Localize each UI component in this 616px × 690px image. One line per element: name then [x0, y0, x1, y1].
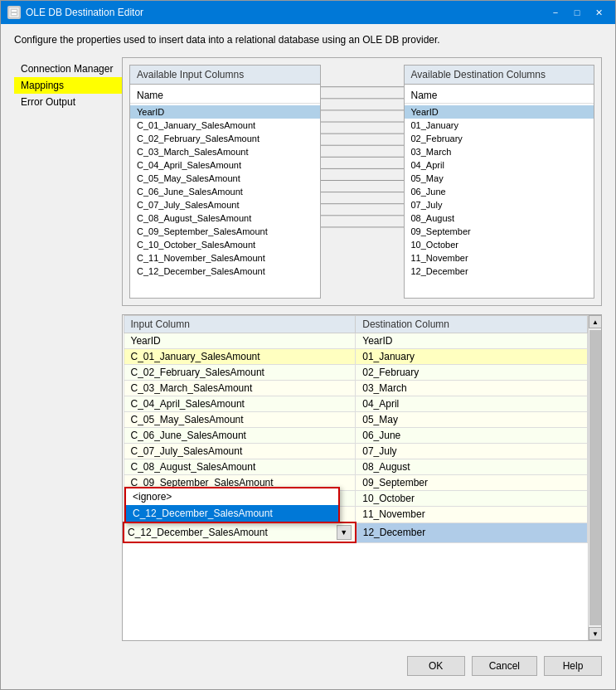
- ok-button[interactable]: OK: [407, 656, 465, 676]
- input-col-01[interactable]: C_01_January_SalesAmount: [130, 119, 320, 132]
- dest-cell: 04_April: [356, 396, 588, 412]
- mappings-table-area: Input Column Destination Column YearID Y…: [122, 314, 602, 641]
- table-row[interactable]: C_04_April_SalesAmount 04_April: [124, 396, 588, 412]
- svg-rect-0: [10, 8, 18, 17]
- dest-column-header: Destination Column: [356, 316, 588, 333]
- close-button[interactable]: ✕: [589, 4, 609, 21]
- dest-cell-last[interactable]: 12_December: [356, 522, 588, 542]
- dest-col-06[interactable]: 06_June: [405, 185, 594, 198]
- content-area: Connection Manager Mappings Error Output…: [14, 57, 602, 679]
- input-col-10[interactable]: C_10_October_SalesAmount: [130, 238, 320, 251]
- input-col-06[interactable]: C_06_June_SalesAmount: [130, 185, 320, 198]
- description-text: Configure the properties used to insert …: [14, 34, 602, 46]
- sidebar-item-error-output[interactable]: Error Output: [14, 94, 122, 110]
- dest-col-yearid[interactable]: YearID: [405, 105, 594, 119]
- input-cell-last: C_12_December_SalesAmount ▼ <ignore> C_1…: [124, 522, 356, 542]
- table-row[interactable]: C_01_January_SalesAmount 01_January: [124, 349, 588, 365]
- available-destination-columns-panel: Available Destination Columns Name YearI…: [404, 65, 595, 299]
- main-window: OLE DB Destination Editor − □ ✕ Configur…: [0, 0, 616, 690]
- dest-col-08[interactable]: 08_August: [405, 211, 594, 225]
- title-bar: OLE DB Destination Editor − □ ✕: [1, 1, 615, 24]
- window-body: Configure the properties used to insert …: [1, 24, 615, 689]
- dest-col-02[interactable]: 02_February: [405, 132, 594, 145]
- dest-cell: 10_October: [356, 491, 588, 507]
- input-cell: C_04_April_SalesAmount: [124, 396, 356, 412]
- window-controls: − □ ✕: [546, 4, 609, 21]
- sidebar-item-connection-manager[interactable]: Connection Manager: [14, 61, 122, 77]
- dest-col-09[interactable]: 09_September: [405, 225, 594, 238]
- table-row[interactable]: C_05_May_SalesAmount 05_May: [124, 412, 588, 428]
- footer-buttons: OK Cancel Help: [122, 649, 602, 679]
- dest-columns-header: Name: [405, 88, 594, 104]
- dest-col-11[interactable]: 11_November: [405, 251, 594, 265]
- svg-rect-1: [12, 10, 17, 12]
- dest-col-01[interactable]: 01_January: [405, 119, 594, 132]
- dest-cell: YearID: [356, 333, 588, 349]
- window-icon: [7, 6, 21, 19]
- dropdown-popup: <ignore> C_12_December_SalesAmount: [124, 487, 340, 523]
- dropdown-arrow-button[interactable]: ▼: [337, 525, 352, 540]
- minimize-button[interactable]: −: [546, 4, 565, 21]
- dest-col-12[interactable]: 12_December: [405, 265, 594, 278]
- input-columns-list: Name YearID C_01_January_SalesAmount C_0…: [130, 85, 320, 281]
- help-button[interactable]: Help: [544, 656, 602, 676]
- dest-cell: 01_January: [356, 349, 588, 365]
- dest-col-07[interactable]: 07_July: [405, 198, 594, 211]
- input-cell: C_06_June_SalesAmount: [124, 428, 356, 444]
- mappings-table-container: Input Column Destination Column YearID Y…: [123, 315, 588, 640]
- input-col-11[interactable]: C_11_November_SalesAmount: [130, 251, 320, 265]
- input-col-04[interactable]: C_04_April_SalesAmount: [130, 158, 320, 172]
- input-col-07[interactable]: C_07_July_SalesAmount: [130, 198, 320, 211]
- dest-cell: 03_March: [356, 381, 588, 396]
- dropdown-current-value: C_12_December_SalesAmount: [128, 527, 337, 538]
- input-col-08[interactable]: C_08_August_SalesAmount: [130, 211, 320, 225]
- dropdown-item-ignore[interactable]: <ignore>: [126, 488, 338, 505]
- input-cell: C_08_August_SalesAmount: [124, 459, 356, 475]
- svg-rect-2: [12, 13, 17, 15]
- table-row[interactable]: C_02_February_SalesAmount 02_February: [124, 365, 588, 381]
- available-input-columns-panel: Available Input Columns Name YearID C_01…: [129, 65, 321, 299]
- cancel-button[interactable]: Cancel: [472, 656, 537, 676]
- input-col-yearid[interactable]: YearID: [130, 105, 320, 119]
- dest-cell: 05_May: [356, 412, 588, 428]
- scroll-down-button[interactable]: ▼: [589, 627, 602, 640]
- table-row[interactable]: YearID YearID: [124, 333, 588, 349]
- input-col-02[interactable]: C_02_February_SalesAmount: [130, 132, 320, 145]
- dest-cell: 08_August: [356, 459, 588, 475]
- dest-cell: 07_July: [356, 444, 588, 459]
- scroll-thumb[interactable]: [589, 330, 601, 625]
- dest-cell: 02_February: [356, 365, 588, 381]
- sidebar-item-mappings[interactable]: Mappings: [14, 77, 122, 94]
- connector-lines: [321, 65, 404, 299]
- input-col-03[interactable]: C_03_March_SalesAmount: [130, 145, 320, 158]
- available-columns-area: Available Input Columns Name YearID C_01…: [122, 57, 602, 306]
- table-row[interactable]: C_08_August_SalesAmount 08_August: [124, 459, 588, 475]
- input-cell: C_05_May_SalesAmount: [124, 412, 356, 428]
- table-row-last[interactable]: C_12_December_SalesAmount ▼ <ignore> C_1…: [124, 522, 588, 542]
- input-col-12[interactable]: C_12_December_SalesAmount: [130, 265, 320, 278]
- dest-cell: 11_November: [356, 507, 588, 523]
- mappings-table: Input Column Destination Column YearID Y…: [123, 315, 588, 543]
- dropdown-item-selected[interactable]: C_12_December_SalesAmount: [126, 505, 338, 522]
- input-cell: YearID: [124, 333, 356, 349]
- maximize-button[interactable]: □: [567, 4, 587, 21]
- dest-cell: 06_June: [356, 428, 588, 444]
- dest-columns-list: Name YearID 01_January 02_February 03_Ma…: [405, 85, 594, 281]
- window-title: OLE DB Destination Editor: [26, 7, 143, 18]
- dest-col-05[interactable]: 05_May: [405, 172, 594, 185]
- table-row[interactable]: C_07_July_SalesAmount 07_July: [124, 444, 588, 459]
- input-col-05[interactable]: C_05_May_SalesAmount: [130, 172, 320, 185]
- scroll-up-button[interactable]: ▲: [589, 315, 602, 328]
- input-col-09[interactable]: C_09_September_SalesAmount: [130, 225, 320, 238]
- table-row[interactable]: C_06_June_SalesAmount 06_June: [124, 428, 588, 444]
- input-cell: C_02_February_SalesAmount: [124, 365, 356, 381]
- table-row[interactable]: C_03_March_SalesAmount 03_March: [124, 381, 588, 396]
- input-cell: C_07_July_SalesAmount: [124, 444, 356, 459]
- dest-col-04[interactable]: 04_April: [405, 158, 594, 172]
- vertical-scrollbar[interactable]: ▲ ▼: [588, 315, 601, 640]
- dest-col-10[interactable]: 10_October: [405, 238, 594, 251]
- input-columns-title: Available Input Columns: [130, 66, 320, 85]
- dest-col-03[interactable]: 03_March: [405, 145, 594, 158]
- input-cell: C_01_January_SalesAmount: [124, 349, 356, 365]
- main-content: Available Input Columns Name YearID C_01…: [122, 57, 602, 679]
